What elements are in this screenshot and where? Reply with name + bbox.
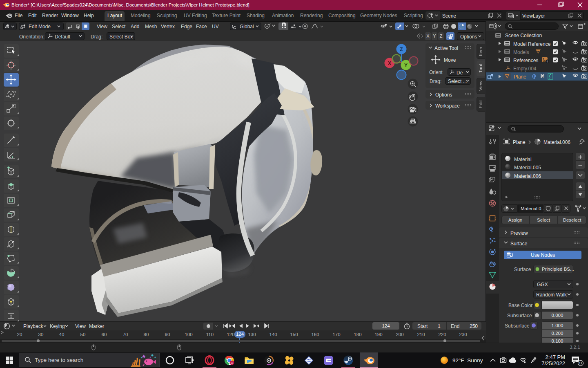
svg-text:4: 4 <box>546 60 548 63</box>
svg-text:X: X <box>388 61 391 66</box>
svg-text:C: C <box>231 361 233 365</box>
svg-text:11: 11 <box>579 361 583 365</box>
svg-text:Y: Y <box>404 63 408 68</box>
svg-text:Z: Z <box>400 47 403 52</box>
